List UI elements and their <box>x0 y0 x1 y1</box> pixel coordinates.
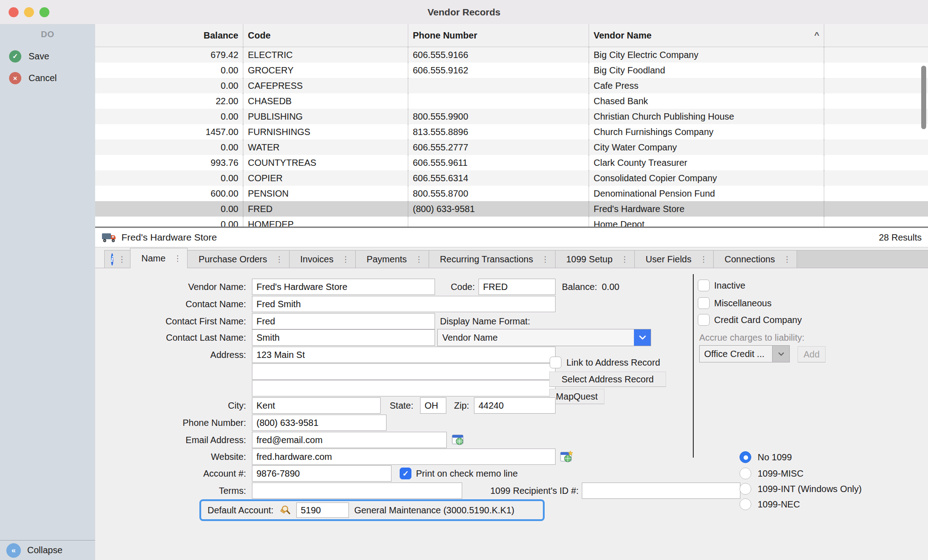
default-account-input[interactable] <box>296 502 349 518</box>
tab-drag-handle[interactable]: ⋮ <box>342 255 349 264</box>
tab-invoices[interactable]: Invoices ⋮ <box>289 250 356 268</box>
cell-vendor-name: Church Furnishings Company <box>589 124 824 140</box>
table-row-selected[interactable]: 0.00 FRED (800) 633-9581 Fred's Hardware… <box>95 201 928 217</box>
tab-connections[interactable]: Connections ⋮ <box>713 250 797 268</box>
cell-code: ELECTRIC <box>243 47 408 63</box>
tab-drag-handle[interactable]: ⋮ <box>783 255 791 264</box>
table-row[interactable]: 22.00 CHASEDB Chased Bank <box>95 93 928 109</box>
table-row[interactable]: 1457.00 FURNISHINGS 813.555.8896 Church … <box>95 124 928 140</box>
vendor-table: Balance Code Phone Number Vendor Name ^ … <box>95 24 928 227</box>
cell-phone <box>408 217 589 227</box>
1099-misc-radio[interactable] <box>740 468 751 479</box>
table-row[interactable]: 0.00 GROCERY 606.555.9162 Big City Foodl… <box>95 63 928 78</box>
balance-value: 0.00 <box>602 279 619 295</box>
address-line1-input[interactable] <box>252 347 556 363</box>
email-input[interactable] <box>252 432 447 448</box>
select-address-record-button[interactable]: Select Address Record <box>549 372 666 387</box>
cell-balance: 22.00 <box>95 93 243 109</box>
display-name-format-select[interactable]: Vendor Name <box>437 329 651 346</box>
record-header-bar: Fred's Hardware Store 28 Results <box>95 227 928 247</box>
cell-vendor-name: Denominational Pension Fund <box>589 186 824 201</box>
tab-user-fields[interactable]: User Fields ⋮ <box>634 250 714 268</box>
contact-last-name-label: Contact Last Name: <box>95 329 246 346</box>
cell-vendor-name: Christian Church Publishing House <box>589 109 824 124</box>
tab-drag-handle[interactable]: ⋮ <box>174 254 181 263</box>
state-input[interactable] <box>420 397 446 414</box>
address-line2-input[interactable] <box>252 363 556 380</box>
cell-code: COUNTYTREAS <box>243 155 408 170</box>
record-title-text: Fred's Hardware Store <box>121 232 217 243</box>
cell-empty <box>824 109 928 124</box>
column-header-balance[interactable]: Balance <box>95 24 243 47</box>
email-browser-icon[interactable] <box>451 433 465 447</box>
column-header-phone[interactable]: Phone Number <box>408 24 589 47</box>
table-scrollbar-thumb[interactable] <box>921 66 926 129</box>
account-number-input[interactable] <box>252 465 392 482</box>
tab-name[interactable]: Name ⋮ <box>130 248 188 268</box>
tab-drag-handle[interactable]: ⋮ <box>276 255 283 264</box>
print-on-check-memo-checkbox[interactable]: ✓ <box>400 468 411 479</box>
column-header-vendor-name[interactable]: Vendor Name ^ <box>589 24 824 47</box>
zip-input[interactable] <box>474 397 556 414</box>
cell-code: CAFEPRESS <box>243 78 408 93</box>
tab-info[interactable]: i ⋮ <box>104 250 130 268</box>
table-row[interactable]: 679.42 ELECTRIC 606.555.9166 Big City El… <box>95 47 928 63</box>
tab-payments[interactable]: Payments ⋮ <box>355 250 429 268</box>
cell-phone: 800.555.8700 <box>408 186 589 201</box>
table-row[interactable]: 600.00 PENSION 800.555.8700 Denomination… <box>95 186 928 201</box>
mapquest-button[interactable]: MapQuest <box>549 389 604 404</box>
column-header-code[interactable]: Code <box>243 24 408 47</box>
cell-empty <box>824 155 928 170</box>
tab-drag-handle[interactable]: ⋮ <box>700 255 707 264</box>
tab-drag-handle[interactable]: ⋮ <box>621 255 628 264</box>
city-input[interactable] <box>252 397 381 414</box>
tab-drag-handle[interactable]: ⋮ <box>415 255 423 264</box>
cell-code: HOMEDEP <box>243 217 408 227</box>
table-row[interactable]: 0.00 CAFEPRESS Cafe Press <box>95 78 928 93</box>
inactive-checkbox[interactable] <box>698 280 710 291</box>
vendor-name-input[interactable] <box>252 279 435 295</box>
cell-phone <box>408 78 589 93</box>
table-row[interactable]: 0.00 WATER 606.555.2777 City Water Compa… <box>95 140 928 155</box>
miscellaneous-checkbox[interactable] <box>698 297 710 309</box>
1099-nec-radio[interactable] <box>740 498 751 510</box>
code-label: Code: <box>434 279 475 295</box>
1099-int-radio[interactable] <box>740 483 751 495</box>
chevron-down-icon[interactable] <box>772 346 789 362</box>
cell-code: FURNISHINGS <box>243 124 408 140</box>
table-row[interactable]: 993.76 COUNTYTREAS 606.555.9611 Clark Co… <box>95 155 928 170</box>
phone-number-input[interactable] <box>252 415 387 431</box>
credit-card-company-checkbox[interactable] <box>698 314 710 326</box>
state-label: State: <box>390 397 413 414</box>
tab-purchase-orders[interactable]: Purchase Orders ⋮ <box>187 250 289 268</box>
code-input[interactable] <box>478 279 556 295</box>
address-line3-input[interactable] <box>252 380 556 396</box>
tab-recurring-transactions[interactable]: Recurring Transactions ⋮ <box>429 250 556 268</box>
cancel-button[interactable]: × Cancel <box>9 71 57 85</box>
table-row[interactable]: 0.00 PUBLISHING 800.555.9900 Christian C… <box>95 109 928 124</box>
link-to-address-checkbox[interactable] <box>550 357 561 368</box>
cell-vendor-name: Big City Foodland <box>589 63 824 78</box>
contact-name-input[interactable] <box>252 296 556 312</box>
terms-input[interactable] <box>252 483 462 499</box>
table-row[interactable]: 0.00 HOMEDEP Home Depot <box>95 217 928 227</box>
tab-1099-setup[interactable]: 1099 Setup ⋮ <box>555 250 635 268</box>
website-browser-icon[interactable] <box>560 450 574 463</box>
inactive-label: Inactive <box>714 280 745 291</box>
table-row[interactable]: 0.00 COPIER 606.555.6314 Consolidated Co… <box>95 170 928 186</box>
save-button[interactable]: ✓ Save <box>9 49 49 63</box>
contact-last-name-input[interactable] <box>252 329 435 346</box>
liability-account-select[interactable]: Office Credit ... <box>699 345 790 362</box>
lookup-magnifier-icon[interactable] <box>279 505 291 516</box>
collapse-button[interactable]: « Collapse <box>0 540 95 560</box>
contact-first-name-input[interactable] <box>252 313 435 329</box>
add-liability-button[interactable]: Add <box>798 346 826 362</box>
tab-drag-handle[interactable]: ⋮ <box>118 255 126 264</box>
cell-empty <box>824 140 928 155</box>
cell-empty <box>824 186 928 201</box>
recipient-id-input[interactable] <box>582 483 740 499</box>
website-input[interactable] <box>252 449 556 465</box>
tab-drag-handle[interactable]: ⋮ <box>541 255 549 264</box>
no-1099-radio[interactable] <box>740 451 751 463</box>
chevron-down-icon[interactable] <box>634 329 651 346</box>
